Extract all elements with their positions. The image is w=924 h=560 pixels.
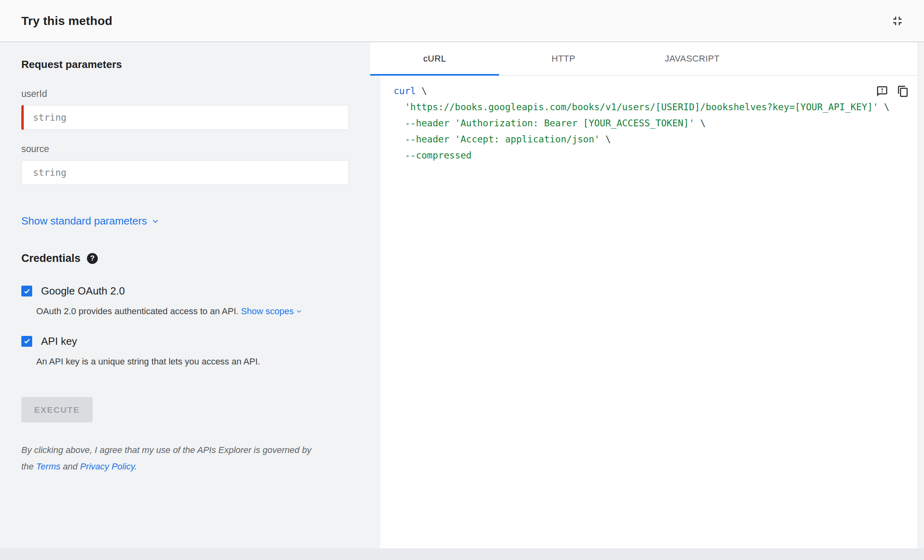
fullscreen-exit-icon[interactable]: [890, 14, 905, 28]
chevron-down-icon: [295, 308, 303, 315]
code-token: [394, 102, 405, 112]
oauth-description: OAuth 2.0 provides authenticated access …: [36, 305, 349, 317]
tab-curl[interactable]: cURL: [370, 42, 499, 75]
feedback-icon[interactable]: [876, 85, 888, 97]
code-actions: [876, 85, 909, 97]
api-key-row: API key: [21, 335, 349, 348]
show-scopes-link[interactable]: Show scopes: [241, 305, 303, 317]
dialog-content: Request parameters userId source Show st…: [0, 42, 924, 548]
copy-icon[interactable]: [897, 85, 909, 97]
code-sample-panel: cURL HTTP JAVASCRIPT curl \ 'https://boo…: [370, 42, 918, 548]
chevron-down-icon: [151, 217, 160, 226]
disclaimer-post: .: [134, 461, 137, 471]
checkmark-icon: [23, 337, 31, 345]
code-block: curl \ 'https://books.googleapis.com/boo…: [380, 76, 918, 163]
checkmark-icon: [23, 287, 31, 295]
disclaimer-line1: By clicking above, I agree that my use o…: [21, 445, 311, 455]
param-field-userid: userId: [21, 89, 349, 130]
code-token: [449, 134, 455, 144]
disclaimer-mid: and: [60, 461, 80, 471]
tab-javascript[interactable]: JAVASCRIPT: [628, 42, 757, 75]
param-field-source: source: [21, 144, 349, 185]
disclaimer: By clicking above, I agree that my use o…: [21, 442, 349, 475]
param-input-source[interactable]: [21, 160, 349, 185]
dialog-header: Try this method: [0, 0, 924, 42]
oauth-checkbox[interactable]: [21, 286, 32, 296]
code-token: --compressed: [405, 150, 472, 161]
code-token: [394, 118, 405, 128]
code-token: [449, 118, 455, 128]
code-token: \: [416, 86, 427, 96]
code-line: --header 'Accept: application/json' \: [394, 131, 846, 147]
tab-http[interactable]: HTTP: [499, 42, 628, 75]
oauth-label: Google OAuth 2.0: [41, 285, 125, 297]
param-label-source: source: [21, 144, 349, 154]
api-key-checkbox[interactable]: [21, 336, 32, 347]
help-icon[interactable]: ?: [87, 253, 98, 264]
code-line: --compressed: [394, 147, 846, 163]
param-input-userid[interactable]: [21, 105, 349, 130]
code-token: \: [695, 118, 706, 128]
code-language-tabs: cURL HTTP JAVASCRIPT: [370, 42, 918, 76]
code-token: 'https://books.googleapis.com/books/v1/u…: [405, 102, 879, 112]
code-token: [394, 150, 405, 161]
code-line: --header 'Authorization: Bearer [YOUR_AC…: [394, 115, 846, 131]
code-line: curl \: [394, 83, 846, 99]
disclaimer-line2-pre: the: [21, 461, 36, 471]
request-panel: Request parameters userId source Show st…: [0, 42, 370, 548]
code-token: --header: [405, 118, 450, 128]
code-token: \: [879, 102, 890, 112]
page-title: Try this method: [21, 14, 112, 28]
oauth-description-text: OAuth 2.0 provides authenticated access …: [36, 306, 239, 316]
show-standard-parameters-link[interactable]: Show standard parameters: [21, 215, 160, 227]
privacy-policy-link[interactable]: Privacy Policy: [80, 461, 134, 471]
code-area: curl \ 'https://books.googleapis.com/boo…: [380, 76, 918, 548]
code-token: [394, 134, 405, 144]
horizontal-scrollbar[interactable]: [0, 548, 924, 560]
request-parameters-heading: Request parameters: [21, 58, 349, 71]
vertical-scrollbar[interactable]: [918, 42, 924, 548]
execute-button[interactable]: EXECUTE: [21, 397, 93, 422]
code-line: 'https://books.googleapis.com/books/v1/u…: [394, 99, 846, 115]
code-token: 'Authorization: Bearer [YOUR_ACCESS_TOKE…: [455, 118, 694, 128]
oauth-row: Google OAuth 2.0: [21, 285, 349, 297]
code-token: --header: [405, 134, 450, 144]
show-scopes-label: Show scopes: [241, 305, 294, 317]
api-key-description: An API key is a unique string that lets …: [36, 356, 349, 368]
api-key-label: API key: [41, 335, 77, 348]
credentials-heading: Credentials ?: [21, 252, 349, 265]
code-token: 'Accept: application/json': [455, 134, 600, 144]
show-standard-parameters-label: Show standard parameters: [21, 215, 147, 227]
terms-link[interactable]: Terms: [36, 461, 60, 471]
code-token: curl: [394, 86, 416, 96]
param-label-userid: userId: [21, 89, 349, 99]
credentials-heading-label: Credentials: [21, 252, 80, 265]
code-token: \: [600, 134, 611, 144]
